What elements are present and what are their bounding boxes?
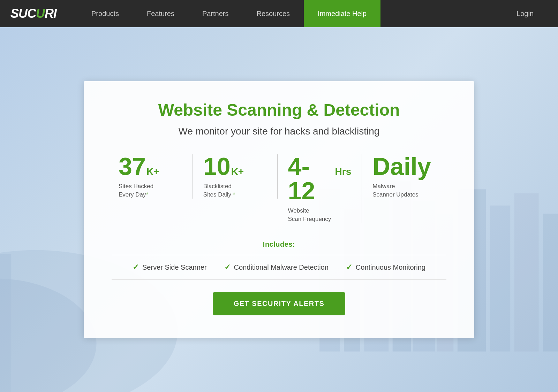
nav-item-partners[interactable]: Partners <box>188 0 243 27</box>
stats-row: 37K+ Sites Hacked Every Day* 10K+ Blackl… <box>112 154 446 223</box>
nav-links: Products Features Partners Resources Imm… <box>77 0 503 27</box>
hero-section: Website Scanning & Detection We monitor … <box>0 27 558 392</box>
stat-label-2: Blacklisted Sites Daily * <box>203 182 267 199</box>
stat-number-2: 10K+ <box>203 154 267 179</box>
logo[interactable]: SUCURi <box>10 6 56 21</box>
check-icon-1: ✓ <box>133 263 139 272</box>
stat-number-4: Daily <box>372 154 436 179</box>
navbar: SUCURi Products Features Partners Resour… <box>0 0 558 27</box>
feature-label-1: Server Side Scanner <box>142 263 207 271</box>
feature-continuous-monitoring: ✓ Continuous Monitoring <box>346 263 425 272</box>
card-title: Website Scanning & Detection <box>112 100 446 120</box>
feature-conditional-malware: ✓ Conditional Malware Detection <box>224 263 329 272</box>
stat-number-1: 37K+ <box>119 154 182 179</box>
stat-sites-hacked: 37K+ Sites Hacked Every Day* <box>119 154 193 199</box>
stat-blacklisted: 10K+ Blacklisted Sites Daily * <box>193 154 278 199</box>
stat-number-3: 4-12Hrs <box>288 154 352 203</box>
nav-item-resources[interactable]: Resources <box>243 0 304 27</box>
svg-rect-11 <box>543 214 558 352</box>
svg-rect-9 <box>490 206 510 352</box>
feature-label-3: Continuous Monitoring <box>356 263 425 271</box>
get-security-alerts-button[interactable]: GET SECURITY ALERTS <box>213 292 346 315</box>
check-icon-3: ✓ <box>346 263 352 272</box>
nav-item-products[interactable]: Products <box>77 0 133 27</box>
stat-label-1: Sites Hacked Every Day* <box>119 182 182 199</box>
nav-item-immediate-help[interactable]: Immediate Help <box>304 0 380 27</box>
divider-top <box>112 255 446 255</box>
svg-rect-10 <box>514 193 539 352</box>
main-card: Website Scanning & Detection We monitor … <box>84 81 474 338</box>
stat-scan-frequency: 4-12Hrs Website Scan Frequency <box>278 154 362 223</box>
stat-label-4: Malware Scanner Updates <box>372 182 436 199</box>
feature-server-side-scanner: ✓ Server Side Scanner <box>133 263 207 272</box>
divider-bottom <box>112 279 446 280</box>
nav-item-login[interactable]: Login <box>503 0 548 27</box>
card-subtitle: We monitor your site for hacks and black… <box>112 126 446 137</box>
nav-item-features[interactable]: Features <box>133 0 188 27</box>
logo-text: SUCURi <box>10 6 56 21</box>
stat-label-3: Website Scan Frequency <box>288 207 352 223</box>
features-row: ✓ Server Side Scanner ✓ Conditional Malw… <box>112 263 446 272</box>
svg-rect-14 <box>0 254 11 392</box>
feature-label-2: Conditional Malware Detection <box>234 263 329 271</box>
stat-daily-updates: Daily Malware Scanner Updates <box>362 154 446 199</box>
includes-label: Includes: <box>112 240 446 248</box>
cta-wrapper: GET SECURITY ALERTS <box>112 292 446 315</box>
check-icon-2: ✓ <box>224 263 231 272</box>
